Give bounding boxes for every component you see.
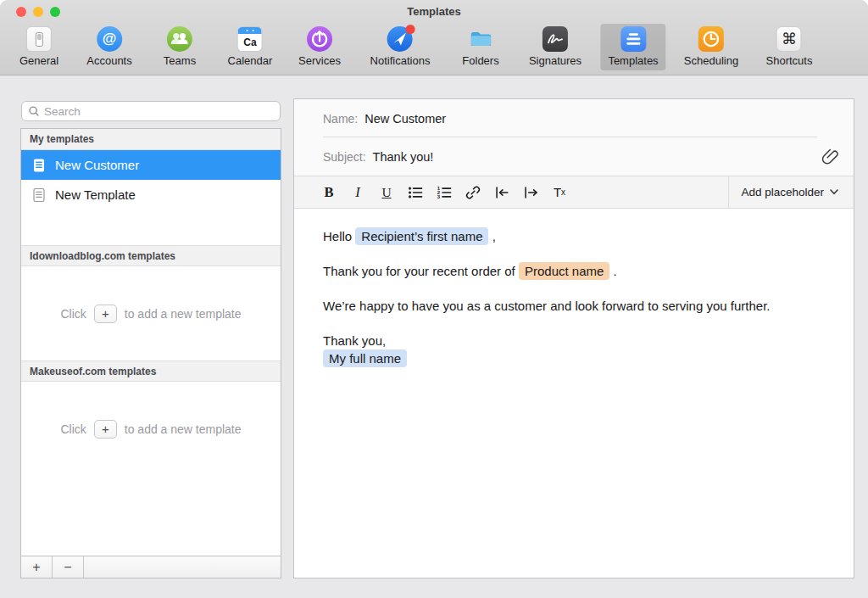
teams-icon [167,26,192,52]
numbered-list-button[interactable]: 123 [436,182,453,204]
bold-button[interactable]: B [320,182,337,204]
accounts-icon: @ [97,26,122,52]
subject-value[interactable]: Thank you! [373,150,434,164]
list-footer-bar: + − [21,556,281,578]
tab-templates[interactable]: Templates [600,24,665,70]
tab-signatures[interactable]: Signatures [521,24,589,70]
add-placeholder-button[interactable]: Add placeholder [729,176,854,208]
bullet-list-icon [407,184,424,201]
template-row-new-customer[interactable]: New Customer [21,150,281,180]
content-area: My templates New Customer New Tem [0,76,868,598]
add-template-hint-makeuseof: Click + to add a new template [21,382,281,476]
folders-icon [468,26,493,52]
section-header-my-templates: My templates [21,129,281,150]
paperclip-icon [821,146,839,165]
remove-button[interactable]: − [53,556,84,578]
name-value[interactable]: New Customer [364,112,446,126]
notifications-icon [387,26,413,52]
document-icon [32,187,46,203]
template-name: New Customer [55,158,139,172]
template-row-new-template[interactable]: New Template [21,180,281,210]
chevron-down-icon [830,189,838,195]
document-icon [32,158,46,173]
outdent-icon [493,184,510,201]
template-name: New Template [55,187,136,202]
templates-icon [620,26,646,52]
notification-badge-dot [406,25,415,34]
body-paragraph: We’re happy to have you as a customer an… [323,297,825,315]
tab-calendar[interactable]: Ca Calendar [220,24,281,70]
tab-services[interactable]: Services [291,24,348,70]
attachment-button[interactable] [821,146,839,165]
list-spacer [21,210,281,245]
template-editor-panel: Name: New Customer Subject: Thank you! B… [293,98,854,578]
placeholder-chip-recipient-first-name[interactable]: Recipient’s first name [355,227,488,245]
search-field[interactable] [21,101,281,121]
link-icon [465,184,481,201]
shortcuts-icon: ⌘ [776,26,802,52]
clear-format-button[interactable]: Tx [551,182,568,204]
placeholder-chip-product-name[interactable]: Product name [519,262,609,280]
svg-text:3: 3 [437,194,441,199]
name-label: Name: [323,112,358,126]
general-icon [26,26,52,52]
indent-icon [522,184,539,201]
search-input[interactable] [44,105,274,118]
add-template-button[interactable]: + [94,305,117,323]
subject-label: Subject: [323,150,366,164]
italic-button[interactable]: I [349,182,366,204]
subject-field-row[interactable]: Subject: Thank you! [294,137,854,176]
add-template-button[interactable]: + [94,420,117,439]
services-icon [307,26,332,52]
tab-teams[interactable]: Teams [156,24,203,70]
add-button[interactable]: + [21,556,53,578]
tab-folders[interactable]: Folders [454,24,506,70]
body-paragraph: Hello Recipient’s first name , [323,227,825,245]
section-header-idownloadblog: Idownloadblog.com templates [21,245,281,266]
tab-scheduling[interactable]: Scheduling [676,24,746,70]
template-body-editor[interactable]: Hello Recipient’s first name , Thank you… [294,209,854,578]
tab-notifications[interactable]: Notifications [363,24,438,70]
tab-general[interactable]: General [12,24,66,70]
bullet-list-button[interactable] [407,182,424,204]
numbered-list-icon: 123 [436,184,453,201]
format-toolbar: B I U 123 [294,176,854,209]
name-field-row[interactable]: Name: New Customer [294,99,854,137]
add-template-hint-idownloadblog: Click + to add a new template [21,266,281,360]
search-icon [28,105,40,117]
body-paragraph: Thank you, My full name [323,332,825,367]
outdent-button[interactable] [493,182,510,204]
signatures-icon [542,26,568,52]
window-chrome: Templates General @ Accounts [0,0,868,75]
placeholder-chip-my-full-name[interactable]: My full name [323,349,407,367]
link-button[interactable] [465,182,481,204]
underline-button[interactable]: U [378,182,395,204]
window-title: Templates [0,5,868,18]
preferences-window: Templates General @ Accounts [0,0,868,598]
templates-list-panel: My templates New Customer New Tem [20,128,281,578]
titlebar: Templates [0,0,868,23]
tab-shortcuts[interactable]: ⌘ Shortcuts [759,24,821,70]
list-spacer [21,476,281,556]
section-header-makeuseof: Makeuseof.com templates [21,360,281,382]
indent-button[interactable] [522,182,539,204]
scheduling-icon [698,26,724,52]
tab-accounts[interactable]: @ Accounts [79,24,139,70]
calendar-icon: Ca [237,26,263,52]
body-paragraph: Thank you for your recent order of Produ… [323,262,825,280]
